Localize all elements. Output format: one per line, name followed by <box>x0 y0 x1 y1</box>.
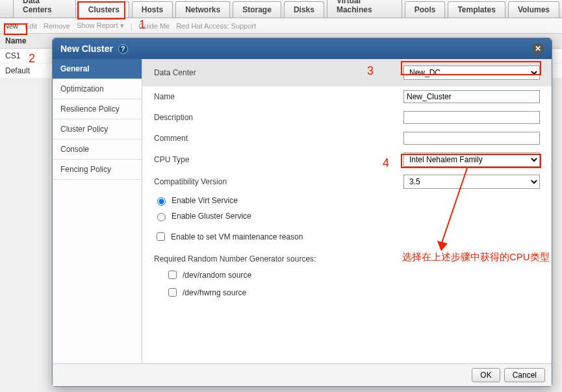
toolbar: New Edit Remove Show Report ▾ | Guide Me… <box>0 18 562 34</box>
tab-storage[interactable]: Storage <box>233 1 281 18</box>
cancel-button[interactable]: Cancel <box>504 368 545 382</box>
side-tab-fencing[interactable]: Fencing Policy <box>53 160 142 180</box>
name-input[interactable] <box>403 90 540 103</box>
new-button[interactable]: New <box>4 22 18 30</box>
rng-hwrng-label: /dev/hwrng source <box>183 288 246 297</box>
dialog-side-tabs: General Optimization Resilience Policy C… <box>53 59 142 363</box>
rng-section-label: Required Random Number Generator sources… <box>142 245 552 266</box>
form-area: Data Center New_DC Name Description Comm… <box>142 59 552 363</box>
label-description: Description <box>154 113 290 122</box>
label-name: Name <box>154 92 290 101</box>
cpu-type-select[interactable]: Intel Nehalem Family <box>403 153 540 167</box>
ok-button[interactable]: OK <box>472 368 500 382</box>
dialog-footer: OK Cancel <box>53 363 552 386</box>
rng-hwrng-checkbox[interactable] <box>168 288 177 297</box>
tab-pools[interactable]: Pools <box>405 1 446 18</box>
comment-input[interactable] <box>403 132 540 145</box>
gluster-service-radio[interactable] <box>157 213 166 221</box>
gluster-service-label: Enable Gluster Service <box>172 212 251 221</box>
close-icon[interactable]: ✕ <box>532 43 544 55</box>
help-icon[interactable]: ? <box>118 44 128 54</box>
maintenance-reason-checkbox[interactable] <box>157 232 165 241</box>
tab-disks[interactable]: Disks <box>284 1 324 18</box>
rng-random-label: /dev/random source <box>183 271 251 280</box>
edit-button: Edit <box>25 22 37 30</box>
data-center-select[interactable]: New_DC <box>403 66 540 80</box>
remove-button: Remove <box>44 22 70 30</box>
maintenance-reason-label: Enable to set VM maintenance reason <box>171 232 303 241</box>
rng-random-checkbox[interactable] <box>168 271 177 279</box>
label-comment: Comment <box>154 134 290 143</box>
label-cpu-type: CPU Type <box>154 155 290 164</box>
side-tab-resilience[interactable]: Resilience Policy <box>53 99 142 119</box>
virt-service-label: Enable Virt Service <box>172 196 238 205</box>
side-tab-cluster-policy[interactable]: Cluster Policy <box>53 119 142 140</box>
side-tab-console[interactable]: Console <box>53 140 142 160</box>
guide-button: Guide Me <box>138 22 170 30</box>
label-data-center: Data Center <box>154 68 290 77</box>
virt-service-radio[interactable] <box>157 197 166 206</box>
label-compat: Compatibility Version <box>154 177 290 186</box>
support-link: Red Hat Access: Support <box>176 22 256 30</box>
compat-select[interactable]: 3.5 <box>403 175 540 189</box>
tab-data-centers[interactable]: Data Centers <box>13 0 76 18</box>
tab-volumes[interactable]: Volumes <box>508 1 559 18</box>
tab-clusters[interactable]: Clusters <box>79 1 129 18</box>
main-tab-bar: Data Centers Clusters Hosts Networks Sto… <box>0 0 562 18</box>
dialog-title-text: New Cluster <box>60 43 113 54</box>
side-tab-general[interactable]: General <box>53 59 142 79</box>
dialog-titlebar: New Cluster ? ✕ <box>53 38 552 59</box>
description-input[interactable] <box>403 111 540 124</box>
side-tab-optimization[interactable]: Optimization <box>53 79 142 99</box>
tab-vms[interactable]: Virtual Machines <box>327 0 402 18</box>
tab-networks[interactable]: Networks <box>175 1 230 18</box>
tab-templates[interactable]: Templates <box>448 1 505 18</box>
new-cluster-dialog: New Cluster ? ✕ General Optimization Res… <box>52 38 552 387</box>
tab-hosts[interactable]: Hosts <box>132 1 173 18</box>
show-report-button: Show Report ▾ <box>77 21 124 30</box>
